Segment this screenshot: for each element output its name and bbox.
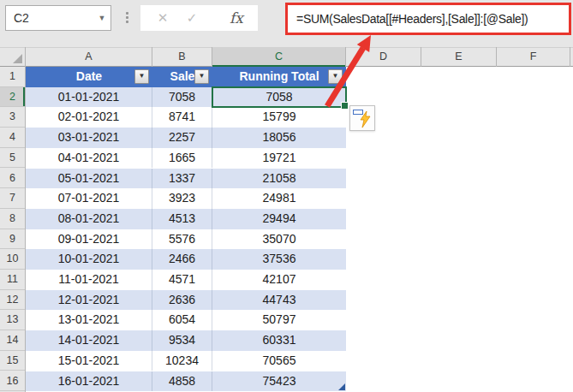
name-box-value: C2 <box>6 11 93 25</box>
row-header-10[interactable]: 10 <box>0 249 25 270</box>
cell-A3[interactable]: 02-01-2021 <box>26 107 152 128</box>
cell-C11[interactable]: 42107 <box>212 270 346 290</box>
cell-B11[interactable]: 4571 <box>152 270 212 290</box>
cell-A10[interactable]: 10-01-2021 <box>26 249 152 270</box>
table-header-running-total[interactable]: Running Total▼ <box>212 67 346 87</box>
cell-B13[interactable]: 6054 <box>152 310 212 330</box>
cell-C6[interactable]: 21058 <box>212 169 346 189</box>
row-header-15[interactable]: 15 <box>0 351 25 371</box>
formula-input[interactable]: =SUM(SalesData[[#Headers],[Sale]]:[@Sale… <box>285 3 571 35</box>
row-header-9[interactable]: 9 <box>0 229 25 250</box>
cell-A8[interactable]: 08-01-2021 <box>26 209 152 229</box>
cancel-icon[interactable]: ✕ <box>151 5 175 31</box>
table-header-sale[interactable]: Sale▼ <box>152 67 212 87</box>
cell-A4[interactable]: 03-01-2021 <box>26 128 152 148</box>
cell-C4[interactable]: 18056 <box>212 128 346 148</box>
insert-function-icon[interactable]: fx <box>224 5 248 31</box>
cell-C9[interactable]: 35070 <box>212 229 346 250</box>
filter-button-sale[interactable]: ▼ <box>194 69 209 84</box>
name-box-dropdown-icon[interactable]: ▼ <box>93 14 110 22</box>
cell-A13[interactable]: 13-01-2021 <box>26 310 152 330</box>
filter-button-date[interactable]: ▼ <box>134 69 149 84</box>
formula-bar-buttons: ✕ ✓ fx <box>140 5 258 31</box>
row-header-13[interactable]: 13 <box>0 310 25 330</box>
cell-C14[interactable]: 60331 <box>212 330 346 351</box>
table-header-label-running-total: Running Total <box>239 69 319 83</box>
name-box[interactable]: C2 ▼ <box>5 5 111 31</box>
row-header-14[interactable]: 14 <box>0 330 25 351</box>
cell-B5[interactable]: 1665 <box>152 148 212 169</box>
row-header-2[interactable]: 2 <box>0 87 25 108</box>
cell-B4[interactable]: 2257 <box>152 128 212 148</box>
row-header-8[interactable]: 8 <box>0 209 25 229</box>
cell-A9[interactable]: 09-01-2021 <box>26 229 152 250</box>
table-header-date[interactable]: Date▼ <box>26 67 152 87</box>
cell-B15[interactable]: 10234 <box>152 351 212 371</box>
formula-text: =SUM(SalesData[[#Headers],[Sale]]:[@Sale… <box>288 12 528 26</box>
cell-A11[interactable]: 11-01-2021 <box>26 270 152 290</box>
selection-outline <box>212 86 347 108</box>
cell-C10[interactable]: 37536 <box>212 249 346 270</box>
cell-A16[interactable]: 16-01-2021 <box>26 371 152 392</box>
filter-button-running-total[interactable]: ▼ <box>328 69 343 84</box>
cell-B3[interactable]: 8741 <box>152 107 212 128</box>
cell-C16[interactable]: 75423 <box>212 371 346 392</box>
cell-C3[interactable]: 15799 <box>212 107 346 128</box>
column-header-D[interactable]: D <box>346 47 421 67</box>
row-header-7[interactable]: 7 <box>0 188 25 209</box>
column-header-B[interactable]: B <box>152 47 212 67</box>
cell-A12[interactable]: 12-01-2021 <box>26 290 152 311</box>
lightning-bolt-icon <box>360 111 371 128</box>
cell-A6[interactable]: 05-01-2021 <box>26 169 152 189</box>
row-header-3[interactable]: 3 <box>0 107 25 128</box>
column-header-E[interactable]: E <box>421 47 497 67</box>
cell-C12[interactable]: 44743 <box>212 290 346 311</box>
row-header-12[interactable]: 12 <box>0 290 25 311</box>
cell-A2[interactable]: 01-01-2021 <box>26 87 152 108</box>
row-header-16[interactable]: 16 <box>0 371 25 392</box>
formula-bar: C2 ▼ ✕ ✓ fx =SUM(SalesData[[#Headers],[S… <box>0 0 573 47</box>
cell-B14[interactable]: 9534 <box>152 330 212 351</box>
cell-B7[interactable]: 3923 <box>152 188 212 209</box>
row-header-5[interactable]: 5 <box>0 148 25 169</box>
cell-B10[interactable]: 2466 <box>152 249 212 270</box>
column-header-A[interactable]: A <box>26 47 152 67</box>
cell-C13[interactable]: 50797 <box>212 310 346 330</box>
select-all-button[interactable] <box>0 47 26 67</box>
cell-C8[interactable]: 29494 <box>212 209 346 229</box>
table-resize-handle[interactable] <box>338 383 346 391</box>
column-header-F[interactable]: F <box>497 47 570 67</box>
cell-C5[interactable]: 19721 <box>212 148 346 169</box>
cell-A7[interactable]: 07-01-2021 <box>26 188 152 209</box>
table-header-label-sale: Sale <box>170 69 195 83</box>
cell-B2[interactable]: 7058 <box>152 87 212 108</box>
flash-fill-options-button[interactable] <box>349 105 375 131</box>
row-header-1[interactable]: 1 <box>0 67 25 87</box>
formula-bar-grip-icon <box>126 12 128 23</box>
row-header-6[interactable]: 6 <box>0 169 25 189</box>
table-header-label-date: Date <box>76 69 102 83</box>
cell-B6[interactable]: 1337 <box>152 169 212 189</box>
excel-window: C2 ▼ ✕ ✓ fx =SUM(SalesData[[#Headers],[S… <box>0 0 573 392</box>
cell-C7[interactable]: 24981 <box>212 188 346 209</box>
cell-A5[interactable]: 04-01-2021 <box>26 148 152 169</box>
cell-A14[interactable]: 14-01-2021 <box>26 330 152 351</box>
column-header-C[interactable]: C <box>212 47 346 67</box>
cell-B12[interactable]: 2636 <box>152 290 212 311</box>
row-header-11[interactable]: 11 <box>0 270 25 290</box>
select-all-triangle-icon <box>13 54 22 63</box>
enter-icon[interactable]: ✓ <box>180 5 204 31</box>
cell-B16[interactable]: 4858 <box>152 371 212 392</box>
cell-C15[interactable]: 70565 <box>212 351 346 371</box>
fill-handle[interactable] <box>341 102 349 110</box>
cell-A15[interactable]: 15-01-2021 <box>26 351 152 371</box>
cell-B9[interactable]: 5576 <box>152 229 212 250</box>
row-header-4[interactable]: 4 <box>0 128 25 148</box>
cell-B8[interactable]: 4513 <box>152 209 212 229</box>
